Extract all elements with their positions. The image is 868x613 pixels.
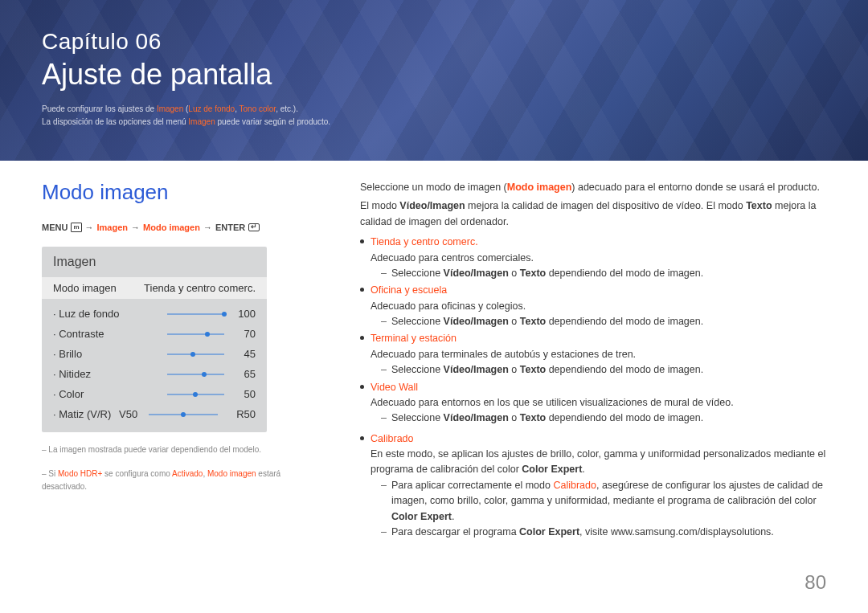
keyword: Vídeo/Imagen: [444, 364, 509, 375]
slider-row[interactable]: Color50: [53, 384, 256, 404]
slider-track[interactable]: [167, 371, 224, 378]
intro-text: , etc.).: [276, 104, 298, 113]
mode-title: Video Wall: [371, 380, 418, 395]
keyword: Texto: [520, 316, 546, 327]
slider-value: 65: [237, 368, 256, 380]
slider-label: Brillo: [53, 348, 82, 360]
footnote-text: La imagen mostrada puede variar dependie…: [48, 445, 261, 454]
slider-row[interactable]: Luz de fondo100: [53, 304, 256, 324]
mode-desc: Adecuado para entornos en los que se uti…: [371, 395, 826, 411]
slider-row[interactable]: Brillo45: [53, 344, 256, 364]
keyword: Texto: [520, 364, 546, 375]
section-heading: Modo imagen: [42, 180, 323, 205]
intro-text: La disposición de las opciones del menú: [42, 117, 188, 126]
intro-keyword: Imagen: [157, 104, 183, 113]
keyword: Texto: [520, 268, 546, 279]
slider-track[interactable]: [167, 331, 224, 337]
chapter-label: Capítulo 06: [42, 29, 826, 55]
matiz-r: R50: [236, 408, 256, 420]
sub-note: Seleccione Vídeo/Imagen o Texto dependie…: [381, 314, 826, 329]
keyword: Texto: [746, 200, 772, 211]
intro-text: puede variar según el producto.: [215, 117, 330, 126]
right-column: Seleccione un modo de imagen (Modo image…: [360, 180, 826, 541]
bc-menu: MENU: [42, 223, 68, 232]
enter-icon: [248, 223, 260, 231]
keyword: Texto: [520, 412, 546, 423]
chapter-title: Ajuste de pantalla: [42, 58, 826, 92]
slider-value: 50: [237, 388, 256, 400]
panel-body: Luz de fondo100Contraste70Brillo45Nitide…: [42, 299, 267, 432]
slider-row-matiz[interactable]: Matiz (V/R) V50 R50: [53, 404, 256, 424]
mode-desc: Adecuado para terminales de autobús y es…: [371, 347, 826, 362]
intro-keyword: Imagen: [188, 117, 215, 126]
bullet-icon: [360, 436, 364, 440]
arrow-icon: →: [85, 223, 94, 232]
sub-note: Para aplicar correctamente el modo Calib…: [381, 478, 826, 525]
left-column: Modo imagen MENU m → Imagen → Modo image…: [42, 180, 323, 541]
list-item: Video Wall: [360, 380, 826, 395]
mode-value: Tienda y centro comerc.: [144, 282, 256, 294]
slider-label: Contraste: [53, 328, 104, 340]
slider-value: 100: [237, 308, 256, 320]
slider-track[interactable]: [167, 311, 224, 317]
slider-label: Matiz (V/R): [53, 408, 111, 420]
keyword: Vídeo/Imagen: [399, 200, 465, 211]
mode-title: Terminal y estación: [371, 331, 457, 346]
bc-item: Modo imagen: [143, 223, 200, 232]
slider-value: 45: [237, 348, 256, 360]
slider-track[interactable]: [167, 391, 224, 398]
arrow-icon: →: [203, 223, 212, 232]
bullet-icon: [360, 239, 364, 243]
settings-panel: Imagen Modo imagen Tienda y centro comer…: [42, 247, 267, 432]
intro-text: Puede configurar los ajustes de: [42, 104, 157, 113]
keyword: Calibrado: [553, 480, 596, 491]
list-item: Oficina y escuela: [360, 283, 826, 298]
slider-label: Color: [53, 388, 84, 400]
keyword: Modo imagen: [507, 182, 572, 193]
footnote-text: se configura como: [102, 469, 172, 478]
sub-note: Para descargar el programa Color Expert,…: [381, 525, 826, 540]
mode-list: Tienda y centro comerc.Adecuado para cen…: [360, 235, 826, 427]
keyword: Color Expert: [519, 526, 579, 537]
intro-keyword: Luz de fondo: [188, 104, 235, 113]
footnote-keyword: Activado: [172, 469, 203, 478]
paragraph: El modo Vídeo/Imagen mejora la calidad d…: [360, 198, 826, 230]
bullet-icon: [360, 336, 364, 340]
list-item: Terminal y estación: [360, 331, 826, 346]
sub-note: Seleccione Vídeo/Imagen o Texto dependie…: [381, 411, 826, 426]
slider-label: Luz de fondo: [53, 308, 119, 320]
menu-breadcrumb: MENU m → Imagen → Modo imagen → ENTER: [42, 223, 323, 232]
mode-title: Oficina y escuela: [371, 283, 447, 298]
keyword: Vídeo/Imagen: [444, 268, 509, 279]
mode-title: Tienda y centro comerc.: [371, 235, 478, 250]
bullet-icon: [360, 385, 364, 389]
sub-note: Seleccione Vídeo/Imagen o Texto dependie…: [381, 266, 826, 281]
bc-enter: ENTER: [215, 223, 245, 232]
chapter-banner: Capítulo 06 Ajuste de pantalla Puede con…: [0, 0, 868, 161]
slider-label: Nitidez: [53, 368, 91, 380]
slider-row[interactable]: Contraste70: [53, 324, 256, 344]
intro-keyword: Tono color: [240, 104, 276, 113]
footnote-keyword: Modo imagen: [207, 469, 256, 478]
slider-row[interactable]: Nitidez65: [53, 364, 256, 384]
keyword: Vídeo/Imagen: [444, 316, 509, 327]
list-item: Tienda y centro comerc.: [360, 235, 826, 250]
matiz-v: V50: [119, 408, 137, 420]
footnote: – Si Modo HDR+ se configura como Activad…: [42, 468, 323, 493]
footnote-text: Si: [48, 469, 58, 478]
bullet-icon: [360, 288, 364, 292]
banner-intro: Puede configurar los ajustes de Imagen (…: [42, 103, 826, 129]
mode-title: Calibrado: [371, 431, 414, 447]
paragraph: Seleccione un modo de imagen (Modo image…: [360, 180, 826, 195]
bc-item: Imagen: [97, 223, 129, 232]
page-number: 80: [805, 571, 826, 594]
sub-note: Seleccione Vídeo/Imagen o Texto dependie…: [381, 362, 826, 378]
keyword: Color Expert: [522, 464, 582, 475]
slider-value: 70: [237, 328, 256, 340]
slider-track[interactable]: [167, 351, 224, 358]
slider-track[interactable]: [149, 411, 218, 418]
mode-desc: En este modo, se aplican los ajustes de …: [371, 447, 826, 478]
mode-select-row[interactable]: Modo imagen Tienda y centro comerc.: [42, 277, 267, 299]
mode-label: Modo imagen: [53, 282, 117, 294]
mode-desc: Adecuado para centros comerciales.: [371, 251, 826, 266]
